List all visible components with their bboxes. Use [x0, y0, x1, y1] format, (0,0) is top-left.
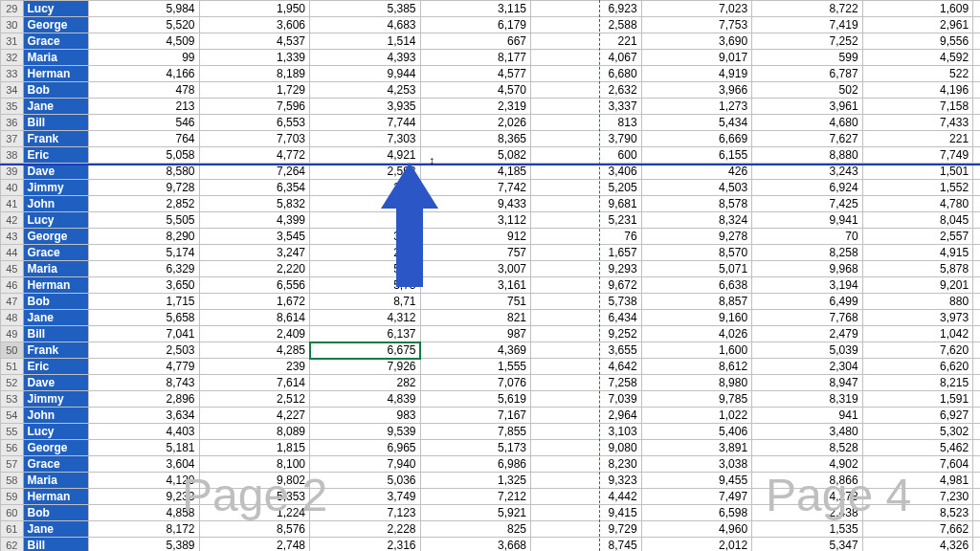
- data-cell[interactable]: 8,523: [862, 505, 973, 521]
- data-cell-clipped[interactable]: 2: [973, 99, 980, 115]
- data-cell[interactable]: 1,273: [641, 99, 752, 115]
- table-row[interactable]: 52Dave8,7437,6142827,0767,2588,9808,9478…: [1, 375, 981, 391]
- data-cell[interactable]: 8,528: [752, 440, 863, 456]
- data-cell[interactable]: 8,324: [641, 212, 752, 229]
- row-header[interactable]: 30: [1, 17, 24, 33]
- data-cell[interactable]: 8,0: [310, 196, 421, 212]
- data-cell[interactable]: 3,749: [310, 489, 421, 505]
- name-cell[interactable]: Jimmy: [23, 180, 88, 196]
- data-cell[interactable]: 9,556: [862, 33, 973, 50]
- data-cell[interactable]: 221: [862, 131, 973, 147]
- name-cell[interactable]: Bill: [23, 326, 88, 342]
- data-cell[interactable]: 2,316: [310, 538, 421, 552]
- data-cell[interactable]: 8,177: [420, 50, 531, 66]
- page-break-horizontal[interactable]: [0, 164, 980, 165]
- data-cell-clipped[interactable]: 5: [973, 131, 980, 147]
- data-cell[interactable]: 8,576: [199, 521, 310, 538]
- data-cell[interactable]: 2,304: [752, 359, 863, 375]
- data-cell[interactable]: 6,499: [752, 294, 863, 310]
- data-cell[interactable]: 282: [310, 375, 421, 391]
- row-header[interactable]: 39: [1, 164, 24, 180]
- table-row[interactable]: 56George5,1811,8156,9655,1739,0803,8918,…: [1, 440, 981, 456]
- data-cell[interactable]: 7,158: [862, 99, 973, 115]
- data-cell[interactable]: 9,017: [641, 50, 752, 66]
- table-row[interactable]: 43George8,2903,5453,41912769,278702,557: [1, 229, 981, 245]
- data-cell[interactable]: 7,425: [752, 196, 863, 212]
- data-cell[interactable]: 502: [752, 82, 863, 99]
- data-cell[interactable]: 6,986: [420, 456, 531, 473]
- data-cell-clipped[interactable]: 1: [973, 294, 980, 310]
- name-cell[interactable]: Lucy: [23, 424, 88, 440]
- data-cell[interactable]: 7,662: [862, 521, 973, 538]
- data-cell[interactable]: 5,353: [199, 489, 310, 505]
- name-cell[interactable]: Maria: [23, 50, 88, 66]
- data-cell-clipped[interactable]: 8: [973, 277, 980, 294]
- data-cell[interactable]: 4,577: [420, 66, 531, 82]
- data-cell[interactable]: 8,258: [752, 245, 863, 261]
- data-cell[interactable]: 5,347: [752, 538, 863, 552]
- data-cell[interactable]: 5,878: [862, 261, 973, 277]
- data-cell[interactable]: 8,745: [531, 538, 642, 552]
- data-cell[interactable]: 76: [531, 229, 642, 245]
- data-cell[interactable]: 9,785: [641, 391, 752, 408]
- data-cell[interactable]: 1,591: [862, 391, 973, 408]
- data-cell-clipped[interactable]: 5: [973, 359, 980, 375]
- data-cell[interactable]: 6,787: [752, 66, 863, 82]
- data-cell[interactable]: 6,179: [420, 17, 531, 33]
- data-cell[interactable]: 3,115: [420, 1, 531, 17]
- table-row[interactable]: 44Grace5,1743,2472,587571,6578,5708,2584…: [1, 245, 981, 261]
- data-cell[interactable]: 6,137: [310, 326, 421, 342]
- data-cell-clipped[interactable]: 9: [973, 375, 980, 391]
- data-cell-clipped[interactable]: 4: [973, 342, 980, 359]
- data-cell[interactable]: 5,45: [310, 261, 421, 277]
- row-header[interactable]: 47: [1, 294, 24, 310]
- data-cell-clipped[interactable]: 5: [973, 505, 980, 521]
- data-cell[interactable]: 3,891: [641, 440, 752, 456]
- data-cell[interactable]: 9,681: [531, 196, 642, 212]
- data-cell[interactable]: 1,552: [862, 180, 973, 196]
- data-cell[interactable]: 9,278: [641, 229, 752, 245]
- name-cell[interactable]: Jane: [23, 521, 88, 538]
- table-row[interactable]: 50Frank2,5034,2856,6754,3693,6551,6005,0…: [1, 342, 981, 359]
- table-row[interactable]: 62Bill5,3892,7482,3163,6688,7452,0125,34…: [1, 538, 981, 552]
- data-cell-clipped[interactable]: 2: [973, 408, 980, 424]
- data-cell[interactable]: 3,966: [641, 82, 752, 99]
- data-cell[interactable]: 5,231: [531, 212, 642, 229]
- data-cell-clipped[interactable]: 6: [973, 424, 980, 440]
- data-cell[interactable]: 8,578: [641, 196, 752, 212]
- row-header[interactable]: 60: [1, 505, 24, 521]
- data-cell[interactable]: 3,007: [420, 261, 531, 277]
- data-cell[interactable]: 9,968: [752, 261, 863, 277]
- data-cell[interactable]: 4,642: [531, 359, 642, 375]
- data-cell[interactable]: 2,409: [199, 326, 310, 342]
- name-cell[interactable]: Jane: [23, 310, 88, 326]
- data-cell[interactable]: 4,326: [862, 538, 973, 552]
- data-cell[interactable]: 1,042: [862, 326, 973, 342]
- data-cell[interactable]: 7,230: [862, 489, 973, 505]
- data-cell[interactable]: 9,160: [641, 310, 752, 326]
- data-cell[interactable]: 6,434: [531, 310, 642, 326]
- row-header[interactable]: 36: [1, 115, 24, 131]
- table-row[interactable]: 39Dave8,5807,2642,5934,1853,4064263,2431…: [1, 164, 981, 180]
- data-cell[interactable]: 5,738: [531, 294, 642, 310]
- data-cell[interactable]: 2,228: [310, 521, 421, 538]
- data-cell[interactable]: 880: [862, 294, 973, 310]
- data-cell[interactable]: 2,896: [88, 391, 199, 408]
- data-cell[interactable]: 1,224: [199, 505, 310, 521]
- data-cell[interactable]: 8,980: [641, 375, 752, 391]
- name-cell[interactable]: Jimmy: [23, 391, 88, 408]
- data-cell-clipped[interactable]: 2: [973, 33, 980, 50]
- data-cell[interactable]: 2,557: [862, 229, 973, 245]
- table-row[interactable]: 40Jimmy9,7286,3542,557,7425,2054,5036,92…: [1, 180, 981, 196]
- row-header[interactable]: 45: [1, 261, 24, 277]
- data-cell[interactable]: 1,535: [752, 521, 863, 538]
- data-cell[interactable]: 2,5: [310, 212, 421, 229]
- data-cell[interactable]: 99: [88, 50, 199, 66]
- data-cell[interactable]: 5,181: [88, 440, 199, 456]
- row-header[interactable]: 34: [1, 82, 24, 99]
- data-cell[interactable]: 7,604: [862, 456, 973, 473]
- data-cell-clipped[interactable]: 6: [973, 17, 980, 33]
- data-cell[interactable]: 6,620: [862, 359, 973, 375]
- data-cell[interactable]: 7,627: [752, 131, 863, 147]
- data-cell[interactable]: 6,553: [199, 115, 310, 131]
